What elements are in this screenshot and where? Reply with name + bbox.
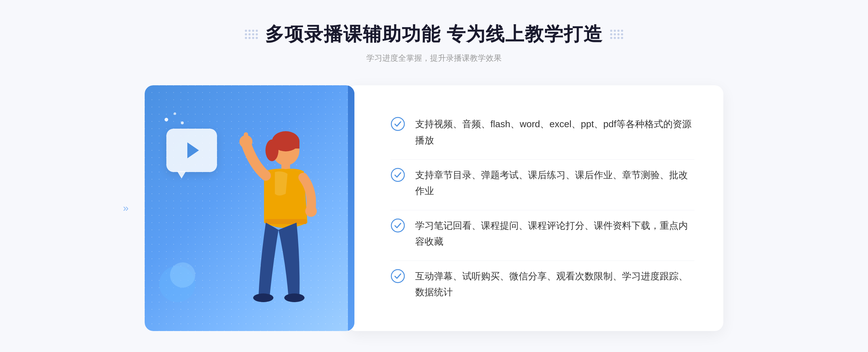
feature-item-1: 支持视频、音频、flash、word、excel、ppt、pdf等各种格式的资源… xyxy=(391,109,694,155)
bubble-tail xyxy=(177,171,186,179)
header-decorators: 多项录播课辅助功能 专为线上教学打造 xyxy=(245,22,623,47)
human-figure xyxy=(206,121,344,331)
feature-text-1: 支持视频、音频、flash、word、excel、ppt、pdf等各种格式的资源… xyxy=(415,116,694,148)
sparkle-icon-3 xyxy=(181,121,184,124)
svg-rect-6 xyxy=(244,132,248,143)
check-circle-icon-2 xyxy=(391,168,405,182)
svg-point-7 xyxy=(305,205,317,217)
page-title: 多项录播课辅助功能 专为线上教学打造 xyxy=(265,22,603,47)
header-section: 多项录播课辅助功能 专为线上教学打造 学习进度全掌握，提升录播课教学效果 xyxy=(245,22,623,64)
float-circle-2 xyxy=(170,262,195,288)
illustration-card xyxy=(145,85,354,331)
feature-text-3: 学习笔记回看、课程提问、课程评论打分、课件资料下载，重点内容收藏 xyxy=(415,218,694,249)
feature-item-2: 支持章节目录、弹题考试、课后练习、课后作业、章节测验、批改作业 xyxy=(391,159,694,206)
svg-point-11 xyxy=(391,117,404,130)
features-panel: 支持视频、音频、flash、word、excel、ppt、pdf等各种格式的资源… xyxy=(347,85,723,331)
content-area: » xyxy=(145,85,723,331)
check-circle-icon-4 xyxy=(391,269,405,283)
svg-point-9 xyxy=(253,293,273,302)
feature-item-4: 互动弹幕、试听购买、微信分享、观看次数限制、学习进度跟踪、数据统计 xyxy=(391,261,694,307)
check-circle-icon-1 xyxy=(391,117,405,131)
left-arrows-decoration: » xyxy=(123,202,129,214)
sparkle-icon-1 xyxy=(165,118,168,121)
feature-text-4: 互动弹幕、试听购买、微信分享、观看次数限制、学习进度跟踪、数据统计 xyxy=(415,268,694,300)
svg-point-3 xyxy=(265,139,278,161)
svg-point-12 xyxy=(391,168,404,181)
play-icon xyxy=(187,142,199,158)
stripe-bar xyxy=(348,85,354,331)
check-circle-icon-3 xyxy=(391,218,405,233)
dot-grid-right xyxy=(610,30,623,39)
feature-text-2: 支持章节目录、弹题考试、课后练习、课后作业、章节测验、批改作业 xyxy=(415,167,694,199)
sparkle-icon-2 xyxy=(174,112,176,115)
svg-rect-8 xyxy=(265,219,307,224)
page-wrapper: 多项录播课辅助功能 专为线上教学打造 学习进度全掌握，提升录播课教学效果 » xyxy=(0,0,868,352)
dot-grid-left xyxy=(245,30,258,39)
page-subtitle: 学习进度全掌握，提升录播课教学效果 xyxy=(245,53,623,64)
chevron-right-icon: » xyxy=(123,202,129,214)
svg-point-14 xyxy=(391,270,404,283)
svg-point-13 xyxy=(391,219,404,232)
svg-point-10 xyxy=(284,293,305,302)
feature-item-3: 学习笔记回看、课程提问、课程评论打分、课件资料下载，重点内容收藏 xyxy=(391,210,694,257)
